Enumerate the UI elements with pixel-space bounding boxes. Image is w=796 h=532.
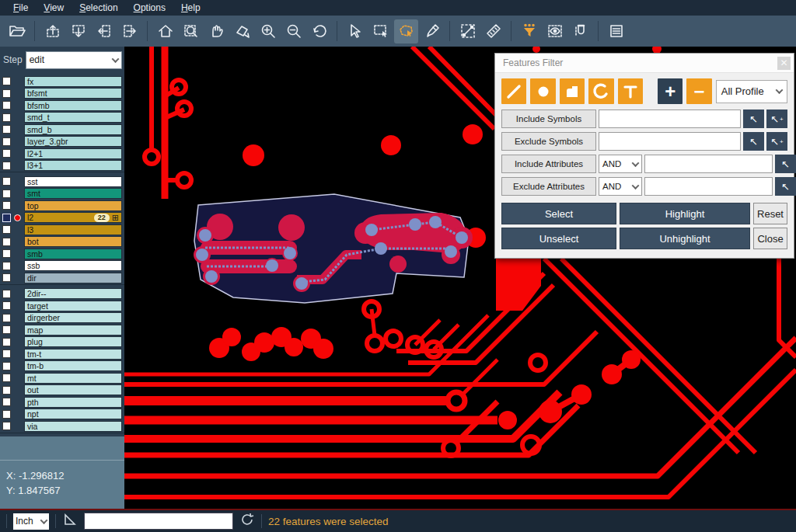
layer-checkbox-top[interactable]	[2, 201, 11, 210]
open-file-icon[interactable]	[5, 19, 29, 43]
zoom-in-icon[interactable]	[256, 19, 280, 43]
layer-checkbox-npt[interactable]	[2, 410, 11, 419]
layer-checkbox-dir[interactable]	[2, 273, 11, 282]
pan-down-icon[interactable]	[66, 19, 90, 43]
layer-row-l2[interactable]: l222⊞	[0, 212, 124, 224]
pan-left-icon[interactable]	[92, 19, 116, 43]
layer-row-ssb[interactable]: ssb	[0, 260, 124, 273]
angle-measure-icon[interactable]	[62, 512, 78, 530]
layer-row-top[interactable]: top	[0, 200, 124, 212]
step-select[interactable]: edit	[26, 51, 122, 69]
layer-checkbox-l3+1[interactable]	[2, 162, 11, 170]
layer-name[interactable]: ssb	[24, 260, 122, 271]
layer-row-smd_b[interactable]: smd_b	[0, 123, 124, 136]
menu-options[interactable]: Options	[127, 1, 173, 15]
home-view-icon[interactable]	[153, 19, 177, 43]
layer-row-fx[interactable]: fx	[0, 75, 124, 88]
units-select[interactable]: Inch	[13, 513, 49, 530]
pad-feature-button[interactable]	[530, 78, 555, 104]
layer-name[interactable]: dir	[24, 273, 122, 283]
layer-checkbox-pth[interactable]	[2, 398, 11, 406]
layer-checkbox-mt[interactable]	[2, 374, 11, 382]
pick-arrow-button[interactable]: ↖	[743, 110, 764, 128]
layer-row-plug[interactable]: plug	[0, 336, 124, 349]
layer-checkbox-bfsmb[interactable]	[2, 101, 11, 110]
rectangle-select-icon[interactable]	[368, 19, 393, 43]
menu-selection[interactable]: Selection	[72, 1, 124, 15]
layer-name[interactable]: tm-t	[24, 349, 122, 360]
layer-name[interactable]: plug	[24, 336, 122, 347]
layer-checkbox-bot[interactable]	[2, 238, 11, 246]
layer-checkbox-plug[interactable]	[2, 338, 11, 346]
layer-row-smt[interactable]: smt	[0, 188, 124, 200]
layer-name[interactable]: map	[24, 325, 122, 336]
arc-feature-button[interactable]	[588, 78, 613, 104]
layer-name[interactable]: mt	[24, 373, 122, 384]
remove-filter-button[interactable]: −	[686, 78, 711, 104]
layer-row-bfsmb[interactable]: bfsmb	[0, 99, 124, 112]
layer-row-dir[interactable]: dir	[0, 272, 124, 284]
layers-panel-icon[interactable]	[604, 19, 628, 43]
select-button[interactable]: Select	[501, 203, 616, 224]
layer-name[interactable]: layer_3.gbr	[24, 136, 122, 147]
layer-name[interactable]: l222⊞	[24, 212, 122, 223]
include-attributes-button[interactable]: Include Attributes	[501, 155, 596, 173]
layer-row-via[interactable]: via	[0, 420, 124, 433]
layer-checkbox-smd_b[interactable]	[2, 125, 11, 134]
layer-name[interactable]: npt	[24, 409, 122, 419]
command-input[interactable]	[84, 513, 233, 530]
layer-name[interactable]: smt	[24, 188, 122, 199]
brush-select-icon[interactable]	[420, 19, 444, 43]
layer-name[interactable]: l2+1	[24, 148, 122, 159]
layer-row-smd_t[interactable]: smd_t	[0, 112, 124, 124]
layer-name[interactable]: fx	[24, 76, 122, 87]
layer-name[interactable]: smb	[24, 249, 122, 259]
layer-name[interactable]: top	[24, 200, 122, 211]
menu-file[interactable]: File	[6, 1, 35, 15]
menu-view[interactable]: View	[37, 1, 71, 15]
layer-checkbox-fx[interactable]	[2, 77, 11, 85]
layer-row-pth[interactable]: pth	[0, 396, 124, 409]
add-filter-button[interactable]: +	[658, 78, 683, 104]
layer-checkbox-smt[interactable]	[2, 190, 11, 198]
layer-row-dirgerber[interactable]: dirgerber	[0, 312, 124, 325]
include-attributes-input[interactable]	[644, 155, 773, 173]
layer-name[interactable]: sst	[24, 176, 122, 187]
layer-row-layer_3.gbr[interactable]: layer_3.gbr	[0, 136, 124, 148]
zoom-area-icon[interactable]	[179, 19, 203, 43]
layer-checkbox-ssb[interactable]	[2, 262, 11, 270]
reset-button[interactable]: Reset	[753, 203, 787, 224]
layer-row-smb[interactable]: smb	[0, 248, 124, 260]
layer-checkbox-map[interactable]	[2, 325, 11, 334]
layer-checkbox-l2+1[interactable]	[2, 149, 11, 158]
polygon-select-icon[interactable]	[394, 19, 418, 43]
layer-name[interactable]: 2dir--	[24, 288, 122, 299]
layer-row-2dir--[interactable]: 2dir--	[0, 288, 124, 301]
pick-add-arrow-button[interactable]: ↖+	[766, 132, 787, 151]
layer-row-tm-t[interactable]: tm-t	[0, 348, 124, 360]
layer-checkbox-out[interactable]	[2, 386, 11, 395]
refresh-icon[interactable]	[239, 512, 255, 530]
pick-arrow-button[interactable]: ↖	[743, 132, 764, 151]
layer-checkbox-dirgerber[interactable]	[2, 314, 11, 322]
include-symbols-input[interactable]	[599, 110, 741, 128]
layer-row-l3+1[interactable]: l3+1	[0, 160, 124, 172]
layer-checkbox-smd_t[interactable]	[2, 113, 11, 122]
layer-row-mt[interactable]: mt	[0, 372, 124, 384]
layer-name[interactable]: dirgerber	[24, 312, 122, 323]
layer-checkbox-l2[interactable]	[2, 214, 11, 222]
layer-row-target[interactable]: target	[0, 300, 124, 312]
surface-feature-button[interactable]	[560, 78, 585, 104]
layer-row-l3[interactable]: l3	[0, 224, 124, 236]
text-feature-button[interactable]	[618, 78, 643, 104]
layer-row-bot[interactable]: bot	[0, 236, 124, 249]
exclude-symbols-input[interactable]	[599, 132, 741, 151]
include-symbols-button[interactable]: Include Symbols	[501, 110, 596, 128]
layer-row-sst[interactable]: sst	[0, 176, 124, 188]
grid-icon[interactable]: ⊞	[112, 214, 119, 222]
layer-name[interactable]: l3+1	[24, 160, 122, 171]
layer-name[interactable]: smd_t	[24, 112, 122, 123]
pan-right-icon[interactable]	[117, 19, 141, 43]
layer-row-map[interactable]: map	[0, 324, 124, 336]
layer-row-bfsmt[interactable]: bfsmt	[0, 88, 124, 100]
